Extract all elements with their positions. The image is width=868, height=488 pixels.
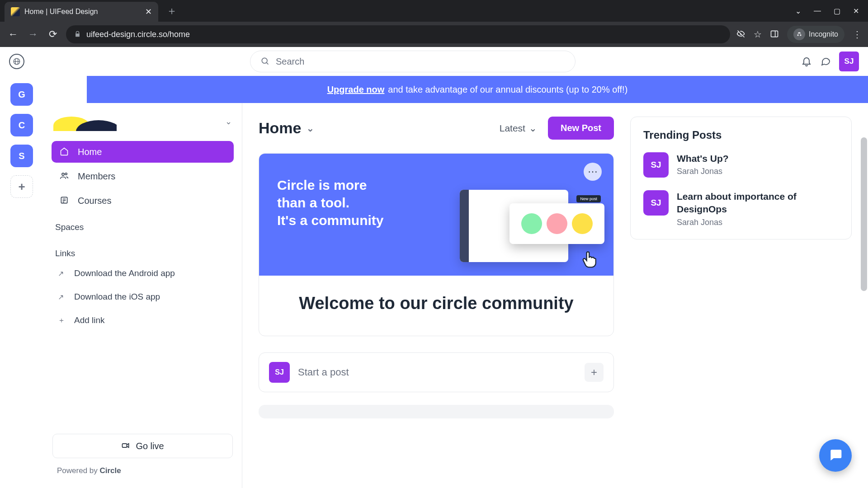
plus-icon: ＋ — [58, 316, 67, 325]
go-live-button[interactable]: Go live — [52, 434, 233, 458]
powered-brand[interactable]: Circle — [100, 466, 121, 475]
nav-forward-icon[interactable]: → — [26, 28, 40, 40]
svg-line-6 — [267, 63, 269, 65]
sidebar-item-courses[interactable]: Courses — [52, 190, 234, 211]
sort-label: Latest — [500, 123, 525, 134]
link-ios-app[interactable]: ↗ Download the iOS app — [52, 287, 234, 306]
trending-avatar: SJ — [643, 190, 669, 216]
trending-box: Trending Posts SJ What's Up? Sarah Jonas… — [630, 117, 852, 239]
powered-by: Powered by Circle — [52, 458, 233, 480]
workspace-rail: G C S + — [0, 76, 43, 488]
header-actions: SJ — [801, 52, 859, 71]
nav-back-icon[interactable]: ← — [6, 28, 20, 40]
feed-title-dropdown[interactable]: Home ⌄ — [259, 119, 314, 137]
trending-post[interactable]: SJ What's Up? Sarah Jonas — [643, 152, 839, 178]
eye-off-icon[interactable] — [736, 29, 745, 40]
url-text: uifeed-design.circle.so/home — [86, 30, 190, 39]
home-icon — [60, 147, 71, 157]
upgrade-link[interactable]: Upgrade now — [327, 84, 385, 95]
new-tab-button[interactable]: ＋ — [166, 4, 177, 18]
link-label: Download the Android app — [74, 268, 175, 278]
sidebar-item-label: Courses — [78, 196, 111, 206]
lock-icon — [74, 31, 81, 38]
sidebar: ⌄ Home Members Courses — [43, 103, 242, 488]
nav-reload-icon[interactable]: ⟳ — [46, 28, 60, 40]
trending-post[interactable]: SJ Learn about importance of DesignOps S… — [643, 190, 839, 227]
sidebar-links: ↗ Download the Android app ↗ Download th… — [50, 264, 236, 330]
feed-title: Home — [259, 119, 301, 137]
trending-avatar: SJ — [643, 152, 669, 178]
url-input[interactable]: uifeed-design.circle.so/home — [66, 25, 730, 43]
scrollbar-thumb[interactable] — [861, 137, 867, 291]
window-close-icon[interactable]: ✕ — [853, 7, 859, 15]
trending-post-title: What's Up? — [677, 152, 729, 165]
banner-illustration — [460, 185, 595, 267]
workspace-c[interactable]: C — [10, 114, 33, 136]
app-root: Search SJ G C S + Upgrade now — [0, 47, 868, 488]
window-maximize-icon[interactable]: ▢ — [834, 7, 840, 15]
welcome-post-title: Welcome to our circle community — [259, 276, 613, 336]
search-placeholder: Search — [276, 56, 304, 67]
chat-bubble-icon — [828, 447, 843, 464]
add-workspace-button[interactable]: + — [10, 175, 33, 198]
chevron-down-icon: ⌄ — [529, 123, 537, 134]
incognito-label: Incognito — [809, 30, 838, 38]
arrow-up-right-icon: ↗ — [58, 269, 67, 278]
user-avatar[interactable]: SJ — [839, 52, 859, 71]
link-label: Download the iOS app — [74, 292, 160, 302]
courses-icon — [60, 196, 71, 206]
banner-text: and take advantage of our annual discoun… — [388, 84, 627, 95]
trending-post-author: Sarah Jonas — [677, 167, 729, 176]
incognito-badge[interactable]: Incognito — [787, 26, 844, 43]
add-link-button[interactable]: ＋ Add link — [52, 311, 234, 330]
video-icon — [121, 441, 130, 451]
new-post-button[interactable]: New Post — [548, 117, 614, 140]
chevron-down-icon[interactable]: ⌄ — [225, 117, 232, 127]
sort-dropdown[interactable]: Latest ⌄ — [500, 123, 537, 134]
help-chat-fab[interactable] — [819, 439, 852, 472]
go-live-label: Go live — [136, 441, 164, 451]
panel-icon[interactable] — [770, 29, 779, 40]
trending-title: Trending Posts — [643, 129, 839, 141]
tab-close-icon[interactable]: ✕ — [145, 7, 152, 17]
workspace-g[interactable]: G — [10, 83, 33, 106]
bell-icon[interactable] — [801, 55, 812, 68]
workspace-s[interactable]: S — [10, 145, 33, 167]
search-icon — [260, 56, 269, 67]
window-minimize-icon[interactable]: — — [814, 7, 821, 15]
search-input[interactable]: Search — [250, 51, 576, 72]
link-label: Add link — [74, 315, 105, 325]
browser-tab-strip: Home | UIFeed Design ✕ ＋ ⌄ — ▢ ✕ — [0, 0, 868, 22]
welcome-post-banner: Circle is more than a tool. It's a commu… — [259, 154, 613, 276]
links-section-label: Links — [50, 238, 236, 264]
post-composer[interactable]: SJ Start a post + — [259, 352, 614, 392]
bookmark-star-icon[interactable]: ☆ — [754, 29, 762, 40]
chevron-down-icon[interactable]: ⌄ — [795, 7, 801, 15]
content-area: Home ⌄ Latest ⌄ New Post — [242, 103, 868, 488]
sidebar-item-home[interactable]: Home — [52, 141, 234, 163]
sidebar-item-members[interactable]: Members — [52, 165, 234, 187]
globe-icon[interactable] — [9, 54, 24, 69]
link-android-app[interactable]: ↗ Download the Android app — [52, 264, 234, 283]
kebab-menu-icon[interactable]: ⋮ — [853, 29, 862, 40]
feed-card-peek — [259, 405, 614, 418]
sidebar-nav: Home Members Courses — [50, 141, 236, 211]
chat-icon[interactable] — [820, 55, 831, 68]
browser-toolbar-right: ☆ Incognito ⋮ — [736, 26, 862, 43]
svg-rect-0 — [771, 31, 778, 37]
browser-tab-active[interactable]: Home | UIFeed Design ✕ — [5, 2, 158, 22]
composer-placeholder: Start a post — [298, 366, 349, 378]
sidebar-item-label: Home — [78, 147, 102, 157]
sidebar-header[interactable]: ⌄ — [50, 112, 236, 141]
upgrade-banner: Upgrade now and take advantage of our an… — [87, 76, 868, 103]
svg-point-5 — [262, 58, 267, 63]
welcome-post-card[interactable]: Circle is more than a tool. It's a commu… — [259, 153, 614, 336]
composer-avatar: SJ — [269, 362, 290, 383]
feed-column: Home ⌄ Latest ⌄ New Post — [259, 117, 614, 474]
sidebar-item-label: Members — [78, 171, 115, 182]
post-more-icon[interactable]: ⋯ — [584, 163, 602, 181]
favicon — [11, 7, 20, 16]
composer-plus-icon[interactable]: + — [585, 363, 604, 382]
sidebar-footer: Go live Powered by Circle — [50, 434, 236, 488]
svg-point-7 — [62, 173, 64, 175]
